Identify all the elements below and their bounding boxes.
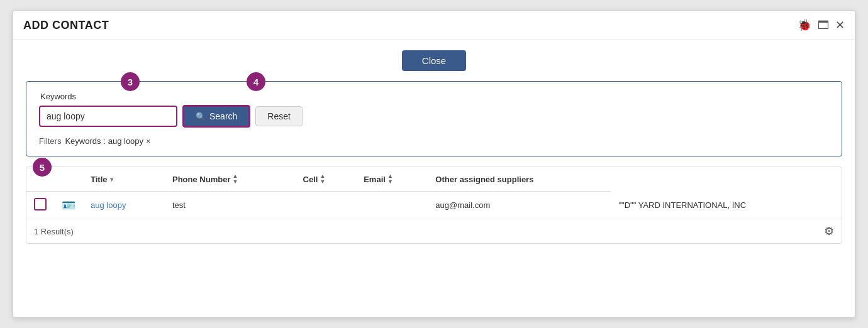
contact-name-link[interactable]: aug loopy [91,200,126,210]
add-contact-modal: ADD CONTACT 🐞 🗖 ✕ Close 3 4 Keywords 🔍 S… [13,10,855,318]
table-header-row: Title ▾ Phone Number ▲▼ [26,167,842,192]
filter-keyword-label: Keywords : [65,136,105,146]
keywords-input[interactable] [39,106,177,127]
table-row: 🪪 aug loopy test aug@mail.com ""D"" YARD… [26,192,842,219]
close-icon[interactable]: ✕ [835,18,845,32]
search-button[interactable]: 🔍 Search [182,105,250,128]
th-cell-sort-icon[interactable]: ▲▼ [320,173,325,185]
th-other-suppliers: Other assigned suppliers [428,167,611,192]
search-icon: 🔍 [196,112,206,121]
filters-label: Filters [39,136,61,146]
step-5-badge: 5 [33,158,52,177]
result-count: 1 Result(s) [34,227,74,236]
th-phone-number[interactable]: Phone Number ▲▼ [165,167,296,192]
results-panel: 5 Title ▾ Phon [26,167,842,244]
maximize-icon[interactable]: 🗖 [818,19,829,32]
th-title: Title ▾ [83,167,165,192]
modal-title: ADD CONTACT [23,19,109,32]
step-4-badge: 4 [247,72,265,91]
th-cell: Cell ▲▼ [296,167,357,192]
row-suppliers-cell: ""D"" YARD INTERNATIONAL, INC [611,192,842,219]
contact-card-icon: 🪪 [62,199,75,212]
th-other-suppliers-label: Other assigned suppliers [435,175,533,184]
settings-gear-icon[interactable]: ⚙ [824,224,834,238]
th-email: Email ▲▼ [356,167,428,192]
th-phone-sort-icon[interactable]: ▲▼ [232,173,238,185]
th-email-label: Email [364,175,386,184]
modal-header-icons: 🐞 🗖 ✕ [798,18,845,32]
filters-row: Filters Keywords : aug loopy × [39,136,829,146]
row-email-cell: aug@mail.com [428,192,611,219]
th-phone-label: Phone Number [172,175,230,184]
modal-header: ADD CONTACT 🐞 🗖 ✕ [13,11,855,40]
results-footer: 1 Result(s) ⚙ [26,219,842,243]
filter-remove-icon[interactable]: × [146,136,151,146]
search-row: 🔍 Search Reset [39,105,829,128]
close-button[interactable]: Close [402,50,466,71]
row-title-cell: test [165,192,296,219]
row-cell-cell [356,192,428,219]
th-title-label: Title [91,175,108,184]
keyword-filter-tag: Keywords : aug loopy × [65,136,150,146]
search-panel: 3 4 Keywords 🔍 Search Reset Filters Keyw… [26,81,842,156]
th-icon [54,167,83,192]
search-button-label: Search [209,111,237,121]
keywords-label: Keywords [40,92,829,101]
row-select-checkbox[interactable] [34,198,47,210]
results-table: Title ▾ Phone Number ▲▼ [26,167,842,219]
modal-body: Close 3 4 Keywords 🔍 Search Reset Filter… [13,40,855,254]
th-title-sort-icon[interactable]: ▾ [110,176,113,183]
close-btn-row: Close [26,50,842,71]
row-name-cell: aug loopy [83,192,165,219]
row-icon-cell: 🪪 [54,192,83,219]
row-checkbox-cell [26,192,54,219]
th-cell-label: Cell [303,175,318,184]
bug-icon[interactable]: 🐞 [798,18,811,32]
reset-button[interactable]: Reset [255,106,303,126]
th-email-sort-icon[interactable]: ▲▼ [387,173,393,185]
step-3-badge: 3 [121,72,140,91]
filter-keyword-value: aug loopy [108,136,143,146]
row-phone-cell [296,192,357,219]
